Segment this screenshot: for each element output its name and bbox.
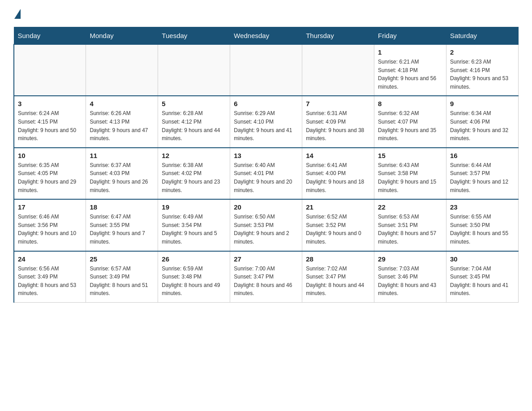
calendar-cell: 9Sunrise: 6:34 AMSunset: 4:06 PMDaylight… [446,96,519,147]
calendar-cell: 11Sunrise: 6:37 AMSunset: 4:03 PMDayligh… [86,148,158,199]
weekday-header-friday: Friday [374,27,446,45]
day-number: 3 [18,100,82,107]
calendar-cell [14,44,86,96]
day-info: Sunrise: 6:32 AMSunset: 4:07 PMDaylight:… [378,109,442,142]
day-number: 23 [450,203,515,211]
calendar-cell [158,44,230,96]
day-number: 26 [162,255,226,263]
calendar-cell: 29Sunrise: 7:03 AMSunset: 3:46 PMDayligh… [374,251,446,303]
calendar-cell: 5Sunrise: 6:28 AMSunset: 4:12 PMDaylight… [158,96,230,147]
logo-triangle-icon [14,9,21,19]
header [13,9,519,19]
day-number: 20 [234,203,298,211]
day-number: 16 [450,152,515,159]
logo [13,9,21,19]
day-number: 28 [306,255,370,263]
day-info: Sunrise: 6:49 AMSunset: 3:54 PMDaylight:… [162,213,226,246]
day-number: 15 [378,152,442,159]
day-number: 14 [306,152,370,159]
calendar-table: SundayMondayTuesdayWednesdayThursdayFrid… [13,27,519,303]
calendar-cell: 26Sunrise: 6:59 AMSunset: 3:48 PMDayligh… [158,251,230,303]
day-info: Sunrise: 6:38 AMSunset: 4:02 PMDaylight:… [162,161,226,194]
calendar-cell [230,44,302,96]
day-info: Sunrise: 6:43 AMSunset: 3:58 PMDaylight:… [378,161,442,194]
day-number: 2 [450,48,515,56]
day-number: 22 [378,203,442,211]
week-row-5: 24Sunrise: 6:56 AMSunset: 3:49 PMDayligh… [14,251,519,303]
day-number: 12 [162,152,226,159]
calendar-cell: 15Sunrise: 6:43 AMSunset: 3:58 PMDayligh… [374,148,446,199]
day-info: Sunrise: 6:52 AMSunset: 3:52 PMDaylight:… [306,213,370,246]
week-row-4: 17Sunrise: 6:46 AMSunset: 3:56 PMDayligh… [14,199,519,251]
day-info: Sunrise: 6:35 AMSunset: 4:05 PMDaylight:… [18,161,82,194]
week-row-3: 10Sunrise: 6:35 AMSunset: 4:05 PMDayligh… [14,148,519,199]
day-info: Sunrise: 6:21 AMSunset: 4:18 PMDaylight:… [378,58,442,91]
day-number: 13 [234,152,298,159]
calendar-cell: 3Sunrise: 6:24 AMSunset: 4:15 PMDaylight… [14,96,86,147]
calendar-cell: 7Sunrise: 6:31 AMSunset: 4:09 PMDaylight… [302,96,374,147]
day-info: Sunrise: 6:59 AMSunset: 3:48 PMDaylight:… [162,265,226,298]
day-number: 25 [90,255,154,263]
day-number: 19 [162,203,226,211]
calendar-cell: 17Sunrise: 6:46 AMSunset: 3:56 PMDayligh… [14,199,86,251]
day-number: 4 [90,100,154,107]
calendar-cell: 30Sunrise: 7:04 AMSunset: 3:45 PMDayligh… [446,251,519,303]
day-info: Sunrise: 6:34 AMSunset: 4:06 PMDaylight:… [450,109,515,142]
calendar-cell: 4Sunrise: 6:26 AMSunset: 4:13 PMDaylight… [86,96,158,147]
day-number: 5 [162,100,226,107]
day-info: Sunrise: 6:31 AMSunset: 4:09 PMDaylight:… [306,109,370,142]
calendar-cell: 20Sunrise: 6:50 AMSunset: 3:53 PMDayligh… [230,199,302,251]
day-number: 21 [306,203,370,211]
day-info: Sunrise: 6:44 AMSunset: 3:57 PMDaylight:… [450,161,515,194]
day-info: Sunrise: 7:02 AMSunset: 3:47 PMDaylight:… [306,265,370,298]
weekday-header-tuesday: Tuesday [158,27,230,45]
day-info: Sunrise: 6:37 AMSunset: 4:03 PMDaylight:… [90,161,154,194]
calendar-cell: 1Sunrise: 6:21 AMSunset: 4:18 PMDaylight… [374,44,446,96]
calendar-cell: 21Sunrise: 6:52 AMSunset: 3:52 PMDayligh… [302,199,374,251]
calendar-cell: 22Sunrise: 6:53 AMSunset: 3:51 PMDayligh… [374,199,446,251]
weekday-header-sunday: Sunday [14,27,86,45]
week-row-2: 3Sunrise: 6:24 AMSunset: 4:15 PMDaylight… [14,96,519,147]
day-info: Sunrise: 6:57 AMSunset: 3:49 PMDaylight:… [90,265,154,298]
calendar-cell: 12Sunrise: 6:38 AMSunset: 4:02 PMDayligh… [158,148,230,199]
calendar-cell: 27Sunrise: 7:00 AMSunset: 3:47 PMDayligh… [230,251,302,303]
calendar-cell: 24Sunrise: 6:56 AMSunset: 3:49 PMDayligh… [14,251,86,303]
day-number: 27 [234,255,298,263]
calendar-cell: 25Sunrise: 6:57 AMSunset: 3:49 PMDayligh… [86,251,158,303]
weekday-header-saturday: Saturday [446,27,519,45]
day-info: Sunrise: 6:40 AMSunset: 4:01 PMDaylight:… [234,161,298,194]
day-number: 8 [378,100,442,107]
calendar-cell: 10Sunrise: 6:35 AMSunset: 4:05 PMDayligh… [14,148,86,199]
day-info: Sunrise: 6:41 AMSunset: 4:00 PMDaylight:… [306,161,370,194]
week-row-1: 1Sunrise: 6:21 AMSunset: 4:18 PMDaylight… [14,44,519,96]
weekday-header-row: SundayMondayTuesdayWednesdayThursdayFrid… [14,27,519,45]
weekday-header-monday: Monday [86,27,158,45]
day-info: Sunrise: 6:55 AMSunset: 3:50 PMDaylight:… [450,213,515,246]
day-number: 9 [450,100,515,107]
day-info: Sunrise: 6:46 AMSunset: 3:56 PMDaylight:… [18,213,82,246]
calendar-cell [302,44,374,96]
day-number: 17 [18,203,82,211]
calendar-cell: 23Sunrise: 6:55 AMSunset: 3:50 PMDayligh… [446,199,519,251]
weekday-header-wednesday: Wednesday [230,27,302,45]
day-number: 10 [18,152,82,159]
day-number: 6 [234,100,298,107]
day-info: Sunrise: 7:00 AMSunset: 3:47 PMDaylight:… [234,265,298,298]
day-info: Sunrise: 7:03 AMSunset: 3:46 PMDaylight:… [378,265,442,298]
day-number: 18 [90,203,154,211]
calendar-cell: 18Sunrise: 6:47 AMSunset: 3:55 PMDayligh… [86,199,158,251]
day-info: Sunrise: 6:53 AMSunset: 3:51 PMDaylight:… [378,213,442,246]
day-info: Sunrise: 6:47 AMSunset: 3:55 PMDaylight:… [90,213,154,246]
day-number: 30 [450,255,515,263]
day-info: Sunrise: 6:26 AMSunset: 4:13 PMDaylight:… [90,109,154,142]
day-info: Sunrise: 6:23 AMSunset: 4:16 PMDaylight:… [450,58,515,91]
day-info: Sunrise: 6:56 AMSunset: 3:49 PMDaylight:… [18,265,82,298]
day-number: 24 [18,255,82,263]
day-number: 11 [90,152,154,159]
day-number: 1 [378,48,442,56]
day-info: Sunrise: 7:04 AMSunset: 3:45 PMDaylight:… [450,265,515,298]
calendar-cell [86,44,158,96]
calendar-cell: 14Sunrise: 6:41 AMSunset: 4:00 PMDayligh… [302,148,374,199]
calendar-cell: 16Sunrise: 6:44 AMSunset: 3:57 PMDayligh… [446,148,519,199]
day-info: Sunrise: 6:29 AMSunset: 4:10 PMDaylight:… [234,109,298,142]
